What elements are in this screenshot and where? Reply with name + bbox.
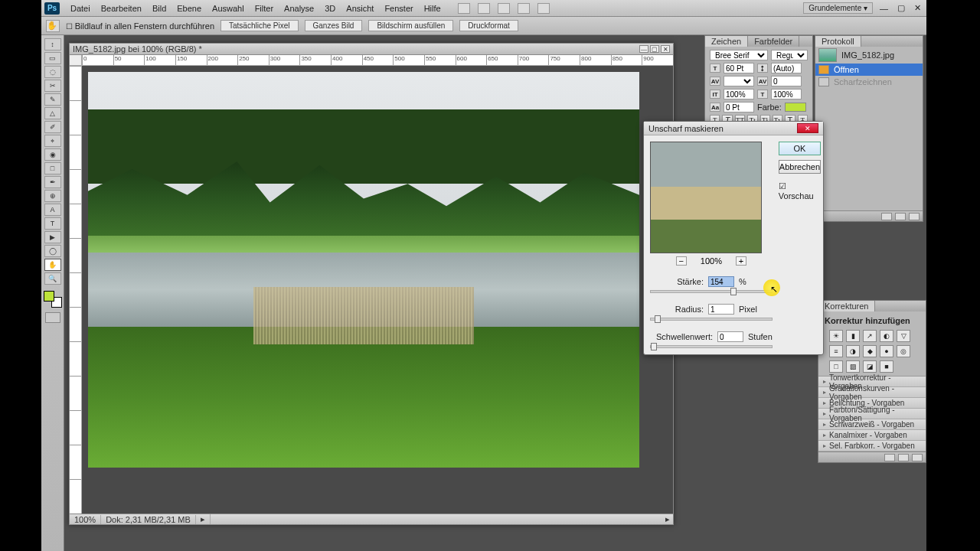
fill-screen-button[interactable]: Bildschirm ausfüllen bbox=[368, 20, 453, 31]
zoom-readout[interactable]: 100% bbox=[70, 515, 101, 524]
adj-exposure-icon[interactable]: ◐ bbox=[880, 330, 893, 342]
adj-huesat-icon[interactable]: ≡ bbox=[829, 345, 843, 357]
quick-mask-toggle[interactable] bbox=[45, 312, 60, 323]
tool-gradient[interactable]: ✒ bbox=[44, 176, 61, 188]
window-minimize-icon[interactable]: — bbox=[877, 4, 890, 13]
preset-curves[interactable]: Gradationskurven - Vorgaben bbox=[818, 387, 926, 398]
adj-channelmixer-icon[interactable]: ◎ bbox=[897, 345, 910, 357]
filter-preview[interactable] bbox=[650, 142, 762, 253]
tool-zoom[interactable]: 🔍 bbox=[44, 272, 61, 285]
new-doc-icon[interactable] bbox=[895, 213, 906, 220]
menu-fenster[interactable]: Fenster bbox=[380, 2, 417, 15]
adj-invert-icon[interactable]: □ bbox=[829, 360, 843, 373]
leading-input[interactable] bbox=[771, 63, 802, 73]
extras-icon[interactable] bbox=[518, 3, 530, 14]
tool-eraser[interactable]: □ bbox=[44, 162, 61, 174]
adj-clip-icon[interactable] bbox=[898, 454, 909, 461]
adj-trash-icon[interactable] bbox=[912, 454, 923, 461]
threshold-slider[interactable] bbox=[650, 345, 773, 348]
launch-bridge-icon[interactable] bbox=[458, 3, 470, 14]
tool-stamp[interactable]: ⌖ bbox=[44, 135, 61, 147]
tool-dodge[interactable]: ⊕ bbox=[44, 190, 61, 202]
adj-vibrance-icon[interactable]: ▽ bbox=[897, 330, 910, 342]
tool-healing[interactable]: △ bbox=[44, 107, 61, 119]
workspace-switcher[interactable]: Grundelemente ▾ bbox=[803, 2, 873, 14]
adj-levels-icon[interactable]: ▮ bbox=[846, 330, 860, 342]
new-snapshot-icon[interactable] bbox=[881, 213, 892, 220]
menu-hilfe[interactable]: Hilfe bbox=[420, 2, 446, 15]
history-step-open[interactable]: Öffnen bbox=[815, 64, 923, 76]
guides-icon[interactable] bbox=[537, 3, 550, 14]
menu-bild[interactable]: Bild bbox=[148, 2, 171, 15]
kerning-select[interactable] bbox=[724, 76, 754, 86]
menu-datei[interactable]: Datei bbox=[66, 2, 95, 15]
menu-3d[interactable]: 3D bbox=[320, 2, 340, 15]
hand-tool-icon[interactable]: ✋ bbox=[46, 20, 60, 32]
doc-minimize-icon[interactable]: — bbox=[639, 45, 648, 53]
adj-colorbalance-icon[interactable]: ◑ bbox=[846, 345, 860, 357]
zoom-out-button[interactable]: − bbox=[676, 256, 687, 266]
menu-analyse[interactable]: Analyse bbox=[279, 2, 318, 15]
vscale-input[interactable] bbox=[724, 89, 754, 99]
history-step-sharpen[interactable]: Scharfzeichnen bbox=[815, 76, 923, 88]
menu-auswahl[interactable]: Auswahl bbox=[207, 2, 249, 15]
threshold-input[interactable] bbox=[717, 331, 743, 342]
print-size-button[interactable]: Druckformat bbox=[459, 20, 518, 31]
ruler-vertical[interactable] bbox=[70, 66, 82, 514]
tab-farbfelder[interactable]: Farbfelder bbox=[748, 36, 799, 47]
status-menu-icon[interactable]: ▸ bbox=[196, 514, 211, 524]
history-snapshot[interactable]: IMG_5182.jpg bbox=[815, 47, 923, 64]
tool-path[interactable]: ▶ bbox=[44, 231, 61, 243]
text-color-swatch[interactable] bbox=[785, 103, 806, 112]
actual-pixels-button[interactable]: Tatsächliche Pixel bbox=[220, 20, 298, 31]
ruler-origin[interactable] bbox=[70, 55, 82, 66]
scroll-all-windows-checkbox[interactable]: ☐ Bildlauf in allen Fenstern durchführen bbox=[66, 21, 214, 31]
preset-bw[interactable]: Schwarzweiß - Vorgaben bbox=[818, 419, 926, 430]
adj-brightness-icon[interactable]: ☀ bbox=[829, 330, 843, 342]
radius-input[interactable] bbox=[708, 304, 734, 315]
tool-marquee[interactable]: ▭ bbox=[44, 52, 61, 64]
font-size-input[interactable] bbox=[724, 63, 754, 73]
font-style-select[interactable]: Regular bbox=[771, 50, 808, 60]
adj-curves-icon[interactable]: ↗ bbox=[863, 330, 877, 342]
tool-crop[interactable]: ✂ bbox=[44, 80, 61, 92]
adj-threshold-icon[interactable]: ◪ bbox=[863, 360, 877, 373]
window-close-icon[interactable]: ✕ bbox=[912, 3, 923, 13]
window-maximize-icon[interactable]: ▢ bbox=[895, 3, 907, 13]
document-titlebar[interactable]: IMG_5182.jpg bei 100% (RGB/8) * — ▢ ✕ bbox=[69, 43, 674, 55]
doc-close-icon[interactable]: ✕ bbox=[661, 45, 670, 53]
tool-move[interactable]: ↕ bbox=[44, 38, 61, 51]
adj-posterize-icon[interactable]: ▨ bbox=[846, 360, 860, 373]
tool-lasso[interactable]: ◌ bbox=[44, 66, 61, 78]
menu-ebene[interactable]: Ebene bbox=[172, 2, 206, 15]
menu-filter[interactable]: Filter bbox=[250, 2, 278, 15]
tool-type[interactable]: T bbox=[44, 217, 61, 230]
zoom-in-button[interactable]: + bbox=[736, 256, 746, 266]
arrange-docs-icon[interactable] bbox=[478, 3, 490, 14]
foreground-color-swatch[interactable] bbox=[44, 291, 54, 302]
strength-slider[interactable] bbox=[650, 290, 773, 293]
tool-pen[interactable]: A bbox=[44, 204, 61, 216]
trash-icon[interactable] bbox=[909, 213, 920, 220]
adj-photofilter-icon[interactable]: ● bbox=[880, 345, 893, 357]
menu-ansicht[interactable]: Ansicht bbox=[341, 2, 378, 15]
preview-checkbox[interactable]: ☑ Vorschau bbox=[779, 181, 821, 201]
ruler-horizontal[interactable]: 0501001502002503003504004505005506006507… bbox=[82, 55, 673, 66]
preset-selcolor[interactable]: Sel. Farbkorr. - Vorgaben bbox=[818, 441, 926, 452]
tracking-input[interactable] bbox=[771, 76, 802, 86]
hscale-input[interactable] bbox=[771, 89, 802, 99]
doc-maximize-icon[interactable]: ▢ bbox=[650, 45, 659, 53]
tool-shape[interactable]: ◯ bbox=[44, 245, 61, 257]
preset-channelmixer[interactable]: Kanalmixer - Vorgaben bbox=[818, 430, 926, 441]
radius-slider[interactable] bbox=[650, 318, 773, 321]
scroll-right-icon[interactable]: ▸ bbox=[662, 514, 673, 524]
fit-screen-button[interactable]: Ganzes Bild bbox=[305, 20, 363, 31]
canvas[interactable] bbox=[88, 72, 639, 485]
dialog-close-icon[interactable]: ✕ bbox=[797, 123, 818, 133]
menu-bearbeiten[interactable]: Bearbeiten bbox=[96, 2, 146, 15]
adj-gradientmap-icon[interactable]: ■ bbox=[880, 360, 893, 373]
tool-brush[interactable]: ✐ bbox=[44, 121, 61, 133]
doc-size-readout[interactable]: Dok: 2,31 MB/2,31 MB bbox=[101, 515, 196, 524]
tab-korrekturen[interactable]: Korrekturen bbox=[818, 301, 875, 311]
adj-bw-icon[interactable]: ◆ bbox=[863, 345, 877, 357]
